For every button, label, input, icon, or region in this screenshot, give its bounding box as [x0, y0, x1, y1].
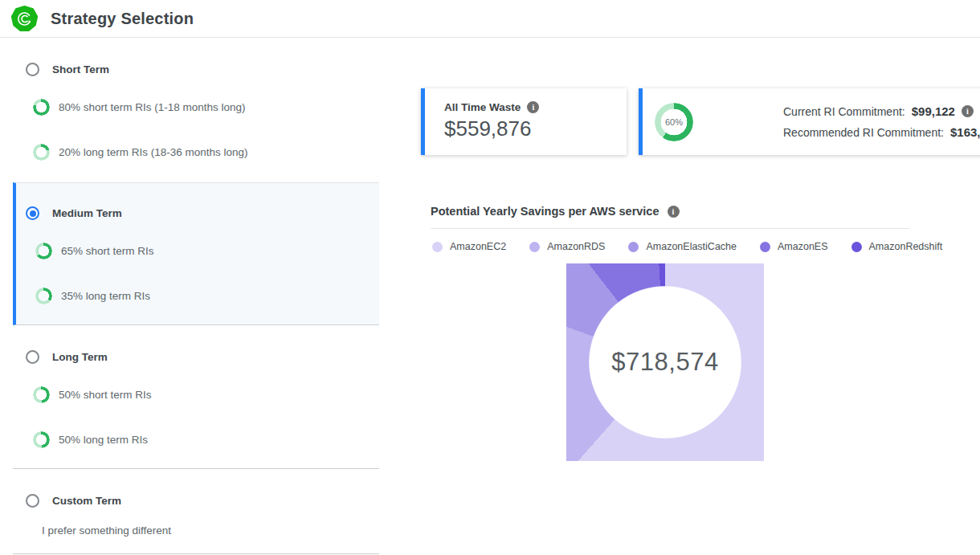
- all-time-waste-value: $559,876: [444, 116, 627, 141]
- option-label: Short Term: [52, 63, 109, 75]
- option-label: Medium Term: [52, 207, 122, 219]
- allocation-label: 50% short term RIs: [59, 389, 152, 401]
- all-time-waste-card: All Time Waste $559,876: [421, 88, 627, 155]
- chart-header: Potential Yearly Savings per AWS service: [431, 205, 680, 218]
- allocation-label: 20% long term RIs (18-36 months long): [59, 146, 248, 158]
- option-short-term[interactable]: Short Term: [26, 63, 109, 76]
- strategy-selection-page: Strategy Selection Short Term 80% short …: [0, 0, 980, 555]
- page-header: Strategy Selection: [0, 0, 980, 38]
- chart-divider: [431, 228, 910, 229]
- legend-dot: [851, 242, 862, 252]
- recommended-ri-label: Recommended RI Commitment:: [783, 126, 944, 139]
- allocation-item: 20% long term RIs (18-36 months long): [33, 144, 248, 161]
- legend-label: AmazonES: [778, 241, 828, 252]
- allocation-item: 50% short term RIs: [33, 386, 152, 403]
- page-title: Strategy Selection: [51, 10, 194, 28]
- option-label: Long Term: [52, 351, 108, 363]
- legend-label: AmazonRedshift: [869, 241, 943, 252]
- legend-label: AmazonRDS: [547, 241, 605, 252]
- recommended-ri-value: $163,947: [950, 125, 980, 139]
- allocation-ring: [33, 386, 50, 403]
- current-ri-value: $99,122: [912, 104, 955, 118]
- radio-custom-term[interactable]: [26, 494, 39, 508]
- allocation-item: 35% long term RIs: [35, 288, 150, 304]
- gauge-percent-label: 60%: [655, 103, 693, 141]
- legend-label: AmazonEC2: [450, 241, 506, 252]
- allocation-item: 80% short term RIs (1-18 months long): [33, 99, 246, 116]
- ri-commitment-card: 60% Current RI Commitment: $99,122 Recom…: [639, 88, 980, 155]
- allocation-label: 35% long term RIs: [61, 290, 150, 302]
- chart-legend: AmazonEC2 AmazonRDS AmazonElastiCache Am…: [432, 241, 942, 252]
- current-ri-commitment-row: Current RI Commitment: $99,122: [783, 104, 980, 118]
- legend-item-amazonrds[interactable]: AmazonRDS: [529, 241, 605, 252]
- donut-total-value: $718,574: [566, 263, 764, 461]
- allocation-label: 65% short term RIs: [61, 245, 154, 257]
- allocation-item: 65% short term RIs: [35, 243, 154, 259]
- legend-dot: [760, 242, 770, 252]
- radio-long-term[interactable]: [26, 350, 39, 364]
- cloudcheckr-logo-icon: [11, 6, 38, 32]
- allocation-item: 50% long term RIs: [33, 431, 148, 448]
- radio-medium-term[interactable]: [26, 206, 39, 220]
- card-label: All Time Waste: [444, 101, 521, 113]
- allocation-label: 80% short term RIs (1-18 months long): [59, 101, 246, 113]
- section-divider: [13, 553, 379, 554]
- commitment-gauge: 60%: [655, 103, 693, 141]
- chart-title: Potential Yearly Savings per AWS service: [431, 205, 659, 218]
- savings-donut-chart[interactable]: $718,574: [566, 263, 764, 461]
- legend-item-amazonelasticache[interactable]: AmazonElastiCache: [628, 241, 737, 252]
- radio-short-term[interactable]: [26, 63, 39, 76]
- allocation-ring: [33, 99, 50, 116]
- info-icon[interactable]: [962, 105, 974, 117]
- legend-dot: [529, 242, 540, 252]
- legend-item-amazonredshift[interactable]: AmazonRedshift: [851, 241, 943, 252]
- legend-item-amazonec2[interactable]: AmazonEC2: [432, 241, 506, 252]
- option-long-term[interactable]: Long Term: [26, 350, 108, 364]
- allocation-ring: [35, 243, 52, 259]
- legend-item-amazones[interactable]: AmazonES: [760, 241, 828, 252]
- option-medium-term[interactable]: Medium Term: [26, 206, 122, 220]
- legend-dot: [628, 242, 639, 252]
- legend-label: AmazonElastiCache: [646, 241, 737, 252]
- info-icon[interactable]: [527, 101, 539, 113]
- info-icon[interactable]: [668, 206, 680, 218]
- section-divider: [13, 468, 379, 469]
- option-custom-term[interactable]: Custom Term: [26, 494, 121, 508]
- current-ri-label: Current RI Commitment:: [783, 105, 905, 118]
- legend-dot: [432, 242, 443, 252]
- recommended-ri-commitment-row: Recommended RI Commitment: $163,947: [783, 125, 980, 139]
- custom-term-description: I prefer something different: [42, 524, 171, 537]
- allocation-ring: [35, 288, 52, 304]
- allocation-ring: [33, 431, 50, 448]
- option-label: Custom Term: [52, 495, 121, 507]
- allocation-label: 50% long term RIs: [59, 434, 148, 446]
- allocation-ring: [33, 144, 50, 161]
